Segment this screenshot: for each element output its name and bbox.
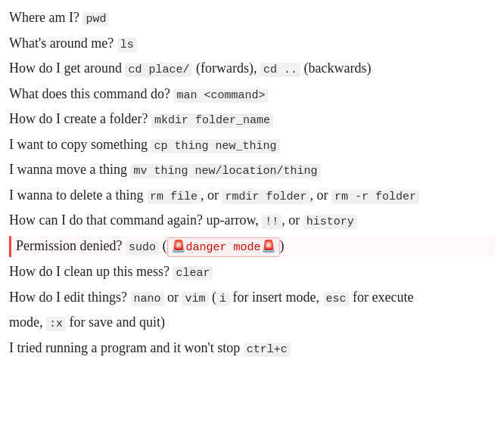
code-pwd: pwd <box>82 12 109 26</box>
code-nano: nano <box>130 292 163 306</box>
text-clean-up: How do I clean up this mess? <box>9 264 173 279</box>
code-mv: mv thing new/location/thing <box>130 164 320 178</box>
text-command-do: What does this command do? <box>9 86 173 101</box>
code-ls: ls <box>117 38 137 52</box>
code-rm-r: rm -r folder <box>331 190 419 204</box>
line-whats-around: What's around me? ls <box>9 33 495 54</box>
text-paren-close: ) <box>280 238 285 253</box>
code-history: history <box>303 215 357 229</box>
line-where-am-i: Where am I? pwd <box>9 8 495 29</box>
text-permission: Permission denied? <box>16 238 126 253</box>
content-area: Where am I? pwd What's around me? ls How… <box>9 8 495 358</box>
alarm-icon-left: 🚨 <box>171 240 186 254</box>
text-backwards: (backwards) <box>300 60 371 76</box>
code-i: i <box>216 292 229 306</box>
code-ctrl-c: ctrl+c <box>244 342 291 357</box>
text-delete-thing: I wanna to delete a thing <box>9 187 147 203</box>
text-copy-something: I want to copy something <box>9 137 151 152</box>
code-mkdir: mkdir folder_name <box>151 113 273 128</box>
alarm-icon-right: 🚨 <box>261 240 276 254</box>
text-get-around: How do I get around <box>9 60 125 76</box>
line-wont-stop: I tried running a program and it won't s… <box>9 338 495 359</box>
code-bang-bang: !! <box>262 215 282 229</box>
code-rmdir: rmdir folder <box>222 190 310 204</box>
text-wont-stop: I tried running a program and it won't s… <box>9 340 244 355</box>
line-command-again: How can I do that command again? up-arro… <box>9 210 495 231</box>
text-for-execute: for execute <box>350 290 414 305</box>
line-get-around: How do I get around cd place/ (forwards)… <box>9 58 495 79</box>
code-man-command: man <command> <box>173 88 268 103</box>
text-where-am-i: Where am I? <box>9 10 82 25</box>
code-cd-dotdot: cd .. <box>260 63 300 77</box>
text-for-insert: for insert mode, <box>229 290 322 305</box>
danger-mode-badge: 🚨danger mode🚨 <box>167 237 280 258</box>
code-esc: esc <box>323 292 350 306</box>
line-edit-things-cont: mode, :x for save and quit) <box>9 312 495 333</box>
text-command-again: How can I do that command again? up-arro… <box>9 212 262 228</box>
text-mode: mode, <box>9 315 46 330</box>
text-edit-things: How do I edit things? <box>9 290 130 305</box>
line-permission: Permission denied? sudo (🚨danger mode🚨) <box>9 236 495 258</box>
code-cp: cp thing new_thing <box>151 139 279 153</box>
line-clean-up: How do I clean up this mess? clear <box>9 262 495 283</box>
line-edit-things: How do I edit things? nano or vim (i for… <box>9 287 495 308</box>
code-cd-place: cd place/ <box>125 63 192 77</box>
line-create-folder: How do I create a folder? mkdir folder_n… <box>9 109 495 130</box>
text-save-quit: for save and quit) <box>66 315 165 330</box>
code-colon-x: :x <box>46 317 66 331</box>
code-vim: vim <box>182 292 209 306</box>
text-create-folder: How do I create a folder? <box>9 111 151 126</box>
code-rm-file: rm file <box>147 190 201 204</box>
text-or-2: , or <box>310 187 331 203</box>
text-or-history: , or <box>282 212 303 228</box>
line-delete-thing: I wanna to delete a thing rm file, or rm… <box>9 185 495 206</box>
line-command-do: What does this command do? man <command> <box>9 84 495 105</box>
text-move-thing: I wanna move a thing <box>9 162 130 177</box>
danger-mode-text: danger mode <box>186 241 261 254</box>
text-or-vim: or <box>164 290 182 305</box>
line-move-thing: I wanna move a thing mv thing new/locati… <box>9 160 495 181</box>
text-forwards: (forwards), <box>192 60 260 76</box>
text-whats-around: What's around me? <box>9 36 117 51</box>
text-paren-open: ( <box>159 238 167 253</box>
code-sudo: sudo <box>126 240 159 255</box>
text-or-1: , or <box>201 187 222 203</box>
code-clear: clear <box>173 266 213 280</box>
text-paren-i: ( <box>209 290 217 305</box>
line-copy-something: I want to copy something cp thing new_th… <box>9 135 495 156</box>
